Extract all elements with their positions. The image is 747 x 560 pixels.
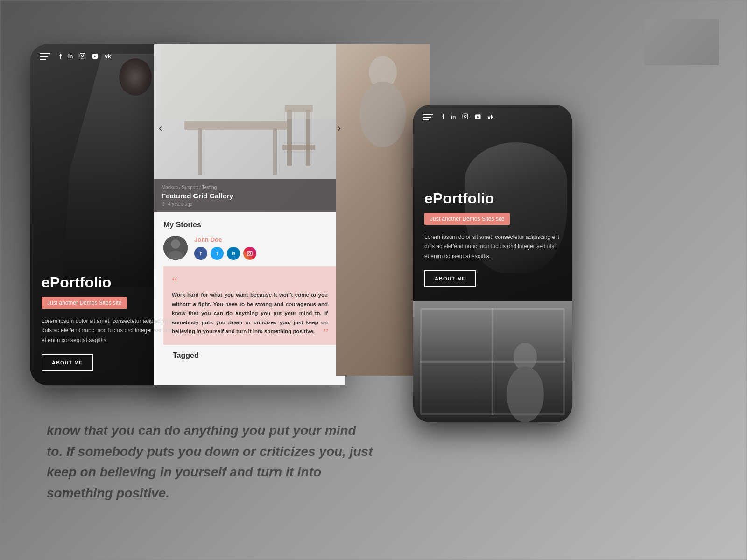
svg-point-28 [466, 115, 467, 116]
quote-text: Work hard for what you want because it w… [172, 291, 328, 336]
tagged-section: Tagged [163, 345, 336, 366]
svg-point-31 [507, 366, 544, 422]
r-hamburger-line-3 [423, 119, 429, 120]
linkedin-nav-icon[interactable]: in [68, 53, 73, 60]
left-phone-nav: f in vk [30, 44, 189, 69]
left-site-description: Lorem ipsum dolor sit amet, consectetur … [42, 316, 178, 345]
svg-point-17 [251, 252, 252, 252]
svg-rect-10 [282, 145, 315, 150]
r-linkedin-nav-icon[interactable]: in [451, 114, 456, 120]
main-container: know that you can do anything you put yo… [0, 0, 747, 560]
carousel-area: ‹ › Mockup / Support / Testing Featured … [154, 44, 345, 212]
facebook-nav-icon[interactable]: f [59, 53, 62, 60]
svg-rect-15 [247, 251, 252, 256]
svg-rect-4 [198, 128, 202, 175]
author-avatar [163, 236, 188, 260]
vk-nav-icon[interactable]: vk [105, 53, 111, 60]
hamburger-icon[interactable] [40, 53, 50, 60]
carousel-next-button[interactable]: › [338, 122, 341, 134]
carousel-time-text: 4 years ago [168, 202, 192, 207]
hamburger-line-1 [40, 53, 50, 54]
left-about-me-button[interactable]: ABOUT ME [42, 354, 93, 371]
hamburger-line-3 [40, 59, 46, 60]
gallery-window-image [413, 301, 572, 422]
hamburger-line-2 [40, 56, 48, 57]
right-hamburger-icon[interactable] [423, 114, 433, 120]
right-hero: f in vk [413, 105, 572, 301]
right-phone-content: ePortfolio Just another Demos Sites site… [413, 179, 572, 301]
r-facebook-nav-icon[interactable]: f [442, 113, 444, 121]
tagged-title: Tagged [173, 351, 327, 360]
author-linkedin-icon[interactable]: in [227, 247, 240, 260]
svg-rect-0 [80, 53, 85, 58]
author-row: John Doe f t in [163, 236, 336, 260]
right-site-description: Lorem ipsum dolor sit amet, consectetur … [424, 232, 561, 261]
r-instagram-nav-icon[interactable] [462, 113, 468, 121]
svg-point-13 [171, 239, 180, 249]
youtube-nav-icon[interactable] [92, 53, 98, 60]
instagram-nav-icon[interactable] [79, 53, 85, 60]
carousel-caption: Mockup / Support / Testing Featured Grid… [154, 179, 345, 212]
r-hamburger-line-2 [423, 117, 431, 118]
quote-block: “ Work hard for what you want because it… [163, 266, 336, 345]
author-socials: f t in [194, 247, 256, 260]
svg-point-2 [84, 54, 85, 55]
left-tagline-badge: Just another Demos Sites site [42, 297, 127, 309]
bg-photo-right [644, 19, 719, 65]
author-instagram-icon[interactable] [243, 247, 256, 260]
author-info: John Doe f t in [194, 236, 256, 260]
r-youtube-nav-icon[interactable] [475, 113, 481, 121]
right-about-me-button[interactable]: ABOUT ME [424, 270, 476, 287]
phone-right: f in vk [413, 105, 572, 422]
svg-rect-5 [273, 128, 277, 175]
carousel-prev-button[interactable]: ‹ [159, 122, 162, 134]
quote-mark-open: “ [172, 275, 328, 288]
window-image [413, 301, 572, 422]
carousel-time: ⏱ 4 years ago [162, 202, 338, 207]
quote-mark-close: ” [323, 325, 329, 340]
author-facebook-icon[interactable]: f [194, 247, 207, 260]
author-twitter-icon[interactable]: t [211, 247, 224, 260]
nav-social-icons: f in vk [59, 53, 111, 60]
background-text: know that you can do anything you put yo… [47, 420, 374, 504]
r-hamburger-line-1 [423, 114, 433, 115]
right-nav-social-icons: f in vk [442, 113, 494, 121]
author-name: John Doe [194, 236, 256, 243]
clock-icon: ⏱ [162, 202, 166, 207]
svg-point-16 [249, 252, 251, 254]
svg-rect-26 [463, 114, 468, 119]
gallery-bottom [413, 301, 572, 422]
r-vk-nav-icon[interactable]: vk [487, 114, 493, 120]
right-tagline-badge: Just another Demos Sites site [424, 213, 510, 225]
svg-point-1 [82, 55, 84, 56]
carousel-breadcrumb: Mockup / Support / Testing [162, 185, 338, 190]
right-phone-nav: f in vk [413, 105, 572, 129]
left-phone-content: ePortfolio Just another Demos Sites site… [30, 263, 189, 385]
svg-point-27 [465, 115, 466, 117]
left-site-title: ePortfolio [42, 274, 178, 291]
carousel-title: Featured Grid Gallery [162, 192, 338, 200]
svg-rect-6 [184, 121, 287, 130]
right-site-title: ePortfolio [424, 190, 561, 207]
stories-title: My Stories [163, 221, 336, 229]
